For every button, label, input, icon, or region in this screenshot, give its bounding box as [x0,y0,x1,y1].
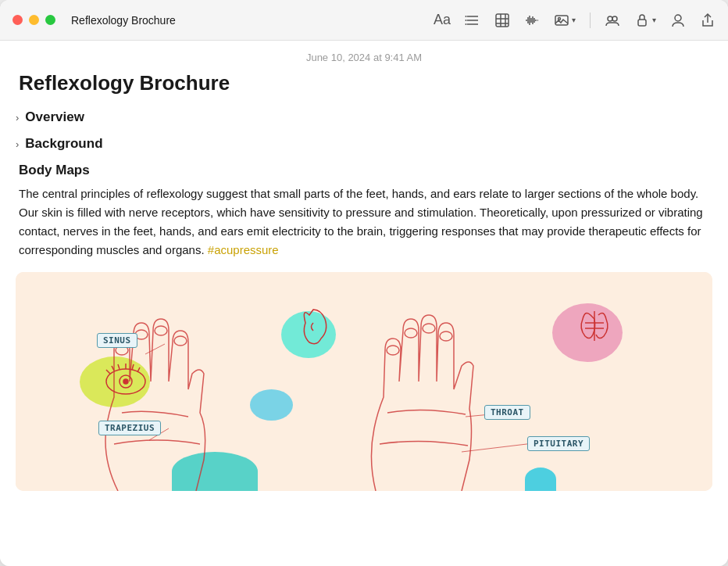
toolbar-divider-1 [590,13,591,28]
svg-rect-19 [555,16,568,25]
svg-point-24 [675,15,681,21]
list-view-button[interactable] [465,13,480,28]
list-icon [465,13,480,28]
svg-point-27 [155,326,167,335]
overview-chevron-icon: › [16,112,19,124]
svg-point-29 [387,346,399,355]
svg-line-40 [132,364,134,370]
document-date: June 10, 2024 at 9:41 AM [16,41,712,71]
svg-point-4 [466,20,467,21]
background-section-header[interactable]: › Background [16,136,712,152]
waveform-icon [524,13,540,28]
svg-point-28 [174,336,187,346]
svg-point-22 [612,16,617,21]
svg-rect-6 [496,14,509,27]
background-section-title: Background [25,136,102,152]
hands-illustration: SINUS TRAPEZIUS THROAT PITUITARY [16,272,712,491]
lock-chevron-icon: ▾ [652,16,656,24]
throat-label: THROAT [484,405,530,420]
hand-line-art [16,272,712,491]
document-title: Reflexology Brochure [71,14,424,27]
svg-point-31 [423,324,435,333]
share-button[interactable] [700,13,716,28]
user-icon [670,13,686,28]
svg-point-5 [466,23,467,25]
table-button[interactable] [494,13,510,28]
collaborate-icon [605,13,620,28]
collaborate-button[interactable] [605,13,620,28]
audio-button[interactable] [524,13,540,28]
media-button[interactable]: ▾ [554,13,576,28]
document-content: June 10, 2024 at 9:41 AM Reflexology Bro… [0,41,728,566]
svg-point-35 [123,379,128,384]
svg-rect-23 [638,20,646,26]
body-maps-text: The central principles of reflexology su… [16,184,712,260]
svg-line-41 [137,367,140,372]
font-button[interactable]: Aa [434,12,451,28]
lock-icon [634,13,650,28]
user-button[interactable] [670,13,686,28]
traffic-lights [12,15,55,25]
sinus-label: SINUS [97,333,137,348]
share-icon [700,13,716,28]
svg-line-36 [106,370,110,374]
svg-point-30 [405,328,417,338]
acupressure-tag[interactable]: #acupressure [208,243,279,256]
titlebar: Reflexology Brochure Aa [0,0,728,41]
app-window: Reflexology Brochure Aa [0,0,728,566]
body-maps-title: Body Maps [16,163,712,178]
lock-button[interactable]: ▾ [634,13,656,28]
minimize-button[interactable] [29,15,39,25]
media-chevron-icon: ▾ [572,16,576,24]
svg-point-32 [440,331,452,341]
overview-section-header[interactable]: › Overview [16,109,712,125]
image-icon [554,13,569,28]
fullscreen-button[interactable] [45,15,55,25]
close-button[interactable] [12,15,23,25]
trapezius-label: TRAPEZIUS [98,421,161,435]
toolbar: Aa [434,12,716,28]
font-label: Aa [434,12,451,28]
table-icon [494,13,510,28]
pituitary-label: PITUITARY [527,436,590,451]
overview-section-title: Overview [25,109,84,125]
svg-point-3 [466,16,467,17]
document-main-title: Reflexology Brochure [16,71,712,95]
svg-point-21 [608,16,612,21]
background-chevron-icon: › [16,138,19,150]
svg-line-38 [118,364,120,369]
svg-line-47 [145,344,165,354]
hands-illustration-container: SINUS TRAPEZIUS THROAT PITUITARY [16,272,712,491]
